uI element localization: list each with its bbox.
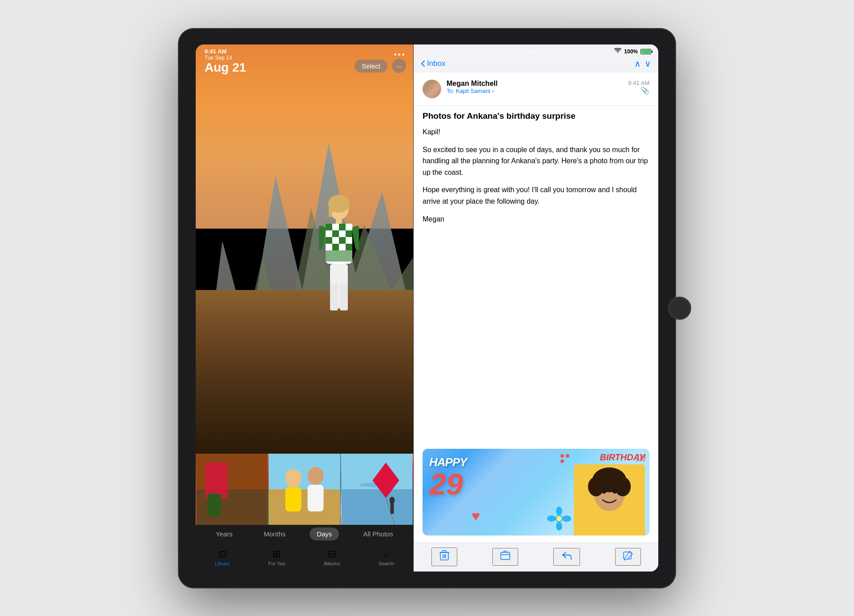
date-header: Aug 21 [205,60,246,75]
svg-rect-13 [339,230,346,237]
svg-point-48 [556,522,562,531]
nav-tab-library[interactable]: ⊡ Library [209,547,235,570]
main-photo-area[interactable]: Aug 21 Select ··· [196,44,413,454]
body-signature: Megan [423,213,649,225]
timeline-tab-all[interactable]: All Photos [356,527,400,540]
compose-button[interactable] [615,548,641,566]
for-you-icon: ⊞ [273,548,281,560]
timeline-tab-months[interactable]: Months [257,527,293,540]
albums-label: Albums [324,561,340,566]
battery-percent: 100% [624,48,638,55]
more-icon: ··· [396,62,402,70]
svg-rect-8 [332,224,339,230]
timeline-tab-years[interactable]: Years [209,527,240,540]
flower-icon [547,507,572,531]
mail-status-dots [530,50,540,52]
svg-rect-34 [269,489,340,525]
svg-rect-36 [286,487,302,511]
svg-point-58 [612,488,617,494]
sender-row: Megan Mitchell To: Kapil Samant › 9:41 A… [423,80,649,98]
search-label: Search [379,561,394,566]
svg-rect-19 [326,244,332,250]
heart-decoration: ♥ [471,508,480,524]
photo-nav-tabs: ⊡ Library ⊞ For You ⊟ Albums ⌕ Search [196,543,413,572]
photo-scene [196,44,413,454]
svg-rect-59 [587,511,632,535]
svg-rect-22 [346,244,352,250]
mail-time: 9:41 AM [628,80,649,86]
inbox-label: Inbox [427,59,446,68]
svg-rect-20 [332,244,339,250]
sender-details: Megan Mitchell To: Kapil Samant › [447,80,498,94]
svg-rect-7 [326,224,332,230]
svg-rect-5 [336,217,342,224]
svg-rect-21 [339,244,346,250]
svg-rect-9 [339,224,346,230]
svg-rect-18 [346,237,352,244]
delete-button[interactable] [431,548,457,566]
search-icon: ⌕ [383,548,389,560]
svg-rect-12 [332,230,339,237]
wifi-icon [614,48,621,55]
sender-name: Megan Mitchell [447,80,498,88]
thumbnail-1[interactable] [196,454,268,525]
svg-point-50 [562,515,571,522]
svg-rect-66 [501,552,510,560]
select-button[interactable]: Select [354,60,387,72]
svg-rect-23 [326,250,352,262]
nav-tab-for-you[interactable]: ⊞ For You [263,547,290,570]
bday-number: 29 [429,469,463,499]
svg-rect-31 [205,463,228,498]
nav-arrows: ∧ ∨ [634,58,651,69]
mail-status-right: 100% [614,48,651,55]
svg-rect-38 [308,485,324,511]
svg-rect-40 [342,489,413,525]
bday-photo [574,464,645,535]
svg-rect-28 [351,225,359,251]
move-button[interactable] [492,548,518,566]
prev-message-button[interactable]: ∧ [634,58,641,69]
photo-thumbnails [196,454,413,525]
timeline-tabs: Years Months Days All Photos [196,525,413,543]
body-paragraph-2: Hope everything is great with you! I'll … [423,184,649,207]
chevron-icon: › [492,88,494,94]
svg-rect-10 [346,224,352,230]
svg-rect-11 [326,230,332,237]
albums-icon: ⊟ [328,548,336,560]
ipad-device: 9:41 AM Tue Sep 14 [178,28,676,588]
svg-point-56 [615,477,631,496]
next-message-button[interactable]: ∨ [645,58,651,69]
svg-point-51 [556,516,562,521]
timeline-tab-days[interactable]: Days [310,527,339,540]
thumbnail-2[interactable] [268,454,341,525]
mail-meta: 9:41 AM 📎 [628,80,649,95]
svg-point-55 [588,477,604,496]
person-figure [319,195,359,339]
ipad-screen: 9:41 AM Tue Sep 14 [196,44,658,572]
mail-subject: Photos for Ankana's birthday surprise [414,106,658,125]
svg-point-49 [547,515,556,522]
photos-status-date: Tue Sep 14 [205,55,232,61]
reply-button[interactable] [553,548,580,566]
photos-status-dots [394,53,404,56]
library-icon: ⊡ [218,548,226,560]
svg-point-47 [556,507,562,515]
thumbnail-3[interactable] [341,454,413,525]
svg-point-45 [390,497,395,504]
nav-tab-albums[interactable]: ⊟ Albums [318,547,346,570]
avatar [423,80,441,98]
more-button[interactable]: ··· [392,59,406,73]
svg-rect-27 [319,225,326,251]
library-label: Library [215,561,230,566]
svg-rect-25 [330,284,338,310]
mail-message-header: Megan Mitchell To: Kapil Samant › 9:41 A… [414,72,658,106]
foreground-layer [196,290,413,454]
svg-rect-17 [339,237,346,244]
back-to-inbox-button[interactable]: Inbox [421,59,446,68]
home-button[interactable] [668,297,691,320]
svg-point-37 [308,467,324,485]
mail-body: Kapil! So excited to see you in a couple… [414,125,658,445]
nav-tab-search[interactable]: ⌕ Search [373,547,399,570]
birthday-canvas: HAPPY BIRTHDAY !!! 29 [423,449,649,535]
split-view: 9:41 AM Tue Sep 14 [196,44,658,572]
